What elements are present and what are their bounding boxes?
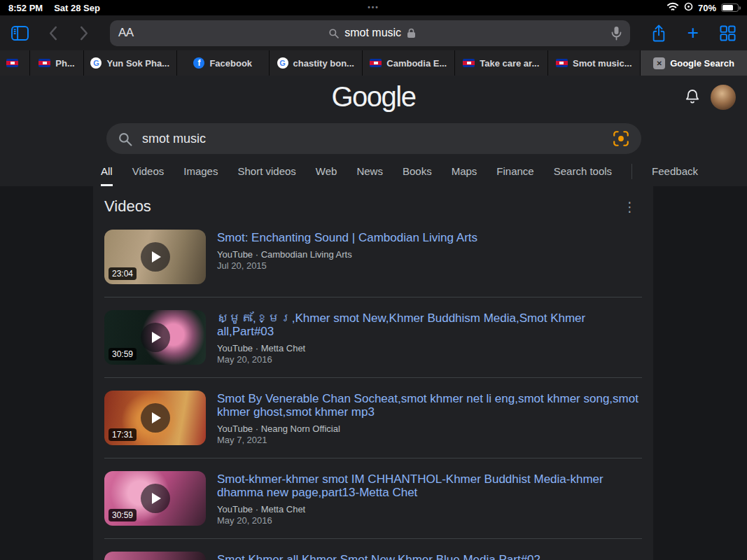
browser-tab-active[interactable]: ✕ Google Search — [641, 50, 747, 76]
browser-tab[interactable]: Facebook — [177, 50, 270, 76]
videos-section-header: Videos ⋮ — [104, 186, 642, 217]
google-lens-button[interactable] — [612, 130, 630, 148]
video-title-link[interactable]: ស្មូត,ខ្មែរ,Khmer smot New,Khmer Buddhis… — [217, 312, 642, 338]
status-time: 8:52 PM — [8, 3, 43, 13]
browser-tab-label: Ph... — [55, 58, 74, 69]
google-logo[interactable]: Google — [332, 81, 416, 113]
browser-tab-label: Smot music... — [573, 58, 632, 69]
browser-tab[interactable]: Yun Sok Pha... — [84, 50, 176, 76]
google-favicon — [90, 57, 102, 69]
tab-overview-button[interactable] — [720, 25, 736, 41]
results-column: Videos ⋮ 23:04 Smot: Enchanting Sound | … — [93, 186, 653, 560]
cambodia-flag-icon — [39, 59, 50, 67]
cambodia-flag-icon — [370, 59, 382, 67]
status-left: 8:52 PM Sat 28 Sep — [8, 3, 100, 13]
video-date: May 20, 2016 — [217, 516, 642, 526]
video-thumbnail[interactable] — [104, 552, 206, 560]
video-title-link[interactable]: Smot Khmer all,Khmer Smot New,Khmer Blue… — [217, 553, 642, 560]
share-button[interactable] — [651, 24, 666, 43]
tab-grid-icon — [720, 25, 736, 41]
video-thumbnail[interactable]: 30:59 — [104, 471, 206, 526]
address-bar[interactable]: AA smot music — [110, 20, 630, 46]
video-source: YouTube · Cambodian Living Arts — [217, 250, 642, 260]
battery-percent: 70% — [698, 3, 716, 13]
browser-tab-label: Facebook — [209, 58, 252, 69]
browser-tab[interactable] — [0, 50, 29, 76]
video-info: Smot By Venerable Chan Socheat,smot khme… — [217, 391, 642, 445]
google-search-bar[interactable]: smot music — [106, 123, 641, 154]
google-favicon — [277, 57, 288, 69]
video-duration: 30:59 — [109, 509, 137, 522]
video-title-link[interactable]: Smot By Venerable Chan Socheat,smot khme… — [217, 392, 642, 419]
play-icon — [141, 323, 170, 352]
multitask-handle-icon[interactable]: ••• — [368, 4, 379, 11]
google-lens-icon — [612, 130, 630, 148]
browser-tab-label: chastity bon... — [293, 58, 354, 69]
tab-images[interactable]: Images — [183, 160, 218, 184]
chevron-left-icon — [48, 26, 57, 41]
tab-maps[interactable]: Maps — [452, 160, 477, 184]
video-result: 23:04 Smot: Enchanting Sound | Cambodian… — [104, 217, 642, 298]
tab-feedback[interactable]: Feedback — [652, 160, 698, 184]
status-right: 70% — [666, 2, 739, 13]
tab-books[interactable]: Books — [403, 160, 432, 184]
ipad-screen: 8:52 PM Sat 28 Sep ••• 70% — [0, 0, 747, 560]
video-title-link[interactable]: Smot-khmer-khmer smot IM CHHANTHOL-Khmer… — [217, 472, 642, 499]
share-icon — [651, 24, 666, 43]
video-info: Smot-khmer-khmer smot IM CHHANTHOL-Khmer… — [217, 471, 642, 526]
video-duration: 23:04 — [109, 267, 137, 280]
browser-tab[interactable]: Take care ar... — [455, 50, 547, 76]
tab-search-tools[interactable]: Search tools — [554, 160, 612, 184]
google-results-page: Google smot music All Videos — [0, 76, 747, 560]
close-tab-icon[interactable]: ✕ — [653, 57, 665, 69]
new-tab-button[interactable]: + — [687, 24, 699, 42]
browser-tab[interactable]: Ph... — [30, 50, 83, 76]
profile-avatar[interactable] — [711, 85, 736, 110]
sidebar-toggle-button[interactable] — [11, 26, 29, 41]
video-thumbnail[interactable]: 17:31 — [104, 391, 206, 445]
video-info: Smot: Enchanting Sound | Cambodian Livin… — [217, 230, 642, 284]
video-title-link[interactable]: Smot: Enchanting Sound | Cambodian Livin… — [217, 231, 642, 244]
tab-news[interactable]: News — [356, 160, 383, 184]
search-icon — [328, 28, 339, 38]
video-result: Smot Khmer all,Khmer Smot New,Khmer Blue… — [104, 539, 642, 560]
video-date: May 7, 2021 — [217, 435, 642, 445]
tab-finance[interactable]: Finance — [496, 160, 533, 184]
address-text: smot music — [344, 27, 401, 39]
browser-tab-label: Yun Sok Pha... — [106, 58, 169, 69]
video-info: Smot Khmer all,Khmer Smot New,Khmer Blue… — [217, 552, 642, 560]
notifications-button[interactable] — [684, 88, 701, 108]
voice-search-button[interactable] — [611, 26, 622, 41]
browser-tab[interactable]: Cambodia E... — [363, 50, 455, 76]
cambodia-flag-icon — [6, 59, 18, 67]
video-result: 30:59 ស្មូត,ខ្មែរ,Khmer smot New,Khmer B… — [104, 298, 642, 378]
tab-short-videos[interactable]: Short videos — [237, 160, 295, 184]
microphone-icon — [611, 26, 622, 41]
reader-mode-button[interactable]: AA — [118, 26, 134, 40]
results-area: Videos ⋮ 23:04 Smot: Enchanting Sound | … — [0, 186, 747, 560]
tab-bar: Ph... Yun Sok Pha... Facebook chastity b… — [0, 50, 747, 76]
video-date: Jul 20, 2015 — [217, 261, 642, 271]
video-thumbnail[interactable]: 30:59 — [104, 310, 206, 365]
wifi-icon — [666, 2, 679, 13]
browser-tab[interactable]: Smot music... — [548, 50, 641, 76]
browser-tab-label: Cambodia E... — [386, 58, 447, 69]
video-source: YouTube · Neang Norn Official — [217, 424, 642, 434]
tab-all[interactable]: All — [101, 160, 113, 186]
forward-button[interactable] — [80, 26, 89, 41]
lock-icon — [407, 28, 416, 38]
search-icon — [118, 132, 132, 146]
back-button[interactable] — [48, 26, 57, 41]
video-thumbnail[interactable]: 23:04 — [104, 230, 206, 284]
tab-web[interactable]: Web — [316, 160, 337, 184]
browser-tab[interactable]: chastity bon... — [270, 50, 362, 76]
video-info: ស្មូត,ខ្មែរ,Khmer smot New,Khmer Buddhis… — [217, 310, 642, 365]
more-options-icon[interactable]: ⋮ — [617, 197, 642, 216]
nav-divider — [631, 164, 632, 179]
status-date: Sat 28 Sep — [54, 3, 100, 13]
tab-videos[interactable]: Videos — [132, 160, 165, 184]
orientation-lock-icon — [684, 2, 693, 13]
status-bar: 8:52 PM Sat 28 Sep ••• 70% — [0, 0, 747, 15]
chevron-right-icon — [80, 26, 89, 41]
address-center: smot music — [134, 27, 611, 39]
